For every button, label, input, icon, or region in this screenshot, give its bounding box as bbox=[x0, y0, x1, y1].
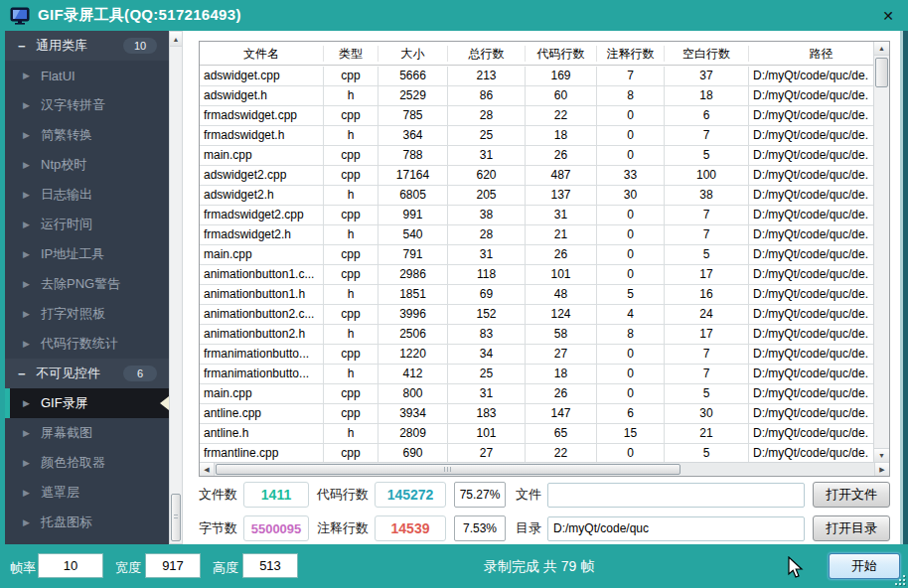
sidebar-item[interactable]: ▶ 去除PNG警告 bbox=[5, 269, 169, 299]
stats-row-1: 文件数 代码行数 75.27% 文件 打开文件 bbox=[199, 482, 890, 508]
table-horizontal-scrollbar[interactable]: ◀ ▶ bbox=[200, 462, 889, 476]
table-row[interactable]: adswidget.h h 2529 86 60 8 18 D:/myQt/co… bbox=[200, 86, 873, 106]
sidebar-item[interactable]: ▶ 代码行数统计 bbox=[5, 329, 169, 359]
table-row[interactable]: antline.cpp cpp 3934 183 147 6 30 D:/myQ… bbox=[200, 404, 873, 424]
column-header[interactable]: 代码行数 bbox=[526, 46, 597, 62]
sidebar-item-label: 托盘图标 bbox=[41, 514, 92, 531]
table-cell-comment-lines: 0 bbox=[597, 146, 665, 165]
sidebar-item[interactable]: ▶ 颜色拾取器 bbox=[5, 448, 169, 478]
table-cell-size: 991 bbox=[378, 206, 448, 224]
sidebar-item[interactable]: ▶ 简繁转换 bbox=[5, 120, 169, 150]
scroll-up-arrow-icon[interactable]: ▲ bbox=[170, 32, 182, 47]
table-cell-size: 412 bbox=[378, 365, 448, 383]
open-file-button[interactable]: 打开文件 bbox=[813, 482, 890, 508]
sidebar-item[interactable]: ▶ 打字对照板 bbox=[5, 299, 169, 329]
sidebar-group-header[interactable]: − 通用类库 10 bbox=[5, 31, 169, 61]
table-vscroll-thumb[interactable] bbox=[875, 58, 888, 87]
table-cell-code-lines: 147 bbox=[526, 404, 597, 423]
table-row[interactable]: animationbutton1.h h 1851 69 48 5 16 D:/… bbox=[200, 285, 873, 305]
table-row[interactable]: antline.h h 2809 101 65 15 21 D:/myQt/co… bbox=[200, 424, 873, 444]
code-lines-label: 代码行数 bbox=[317, 486, 369, 504]
sidebar-group-badge: 6 bbox=[123, 366, 157, 381]
open-dir-button[interactable]: 打开目录 bbox=[813, 515, 890, 541]
width-input[interactable] bbox=[145, 553, 201, 578]
table-cell-type: cpp bbox=[324, 245, 378, 264]
column-header[interactable]: 注释行数 bbox=[597, 46, 665, 62]
scroll-left-arrow-icon[interactable]: ◀ bbox=[200, 463, 215, 476]
resize-grip[interactable] bbox=[894, 574, 906, 586]
code-lines-field[interactable] bbox=[375, 482, 446, 508]
table-row[interactable]: frmadswidget2.h h 540 28 21 0 7 D:/myQt/… bbox=[200, 225, 873, 245]
table-row[interactable]: main.cpp cpp 791 31 26 0 5 D:/myQt/code/… bbox=[200, 245, 873, 265]
sidebar-item[interactable]: ▶ 遮罩层 bbox=[5, 478, 169, 508]
table-cell-blank-lines: 5 bbox=[665, 146, 749, 165]
table-cell-filename: frmanimationbutto... bbox=[200, 345, 324, 364]
table-cell-code-lines: 101 bbox=[526, 265, 597, 284]
table-cell-filename: animationbutton1.h bbox=[200, 285, 324, 304]
table-cell-size: 540 bbox=[378, 225, 448, 244]
table-cell-filename: adswidget.h bbox=[200, 86, 324, 105]
column-header[interactable]: 大小 bbox=[378, 46, 448, 62]
table-cell-type: h bbox=[324, 285, 378, 304]
sidebar-item[interactable]: ▶ 日志输出 bbox=[5, 180, 169, 210]
table-cell-filename: antline.h bbox=[200, 424, 324, 443]
table-row[interactable]: adswidget.cpp cpp 5666 213 169 7 37 D:/m… bbox=[200, 67, 873, 86]
table-cell-total-lines: 27 bbox=[448, 444, 526, 462]
comment-lines-field[interactable] bbox=[375, 515, 446, 541]
table-row[interactable]: animationbutton2.h h 2506 83 58 8 17 D:/… bbox=[200, 325, 873, 345]
chevron-right-icon: ▶ bbox=[23, 398, 41, 408]
sidebar-group-label: 不可见控件 bbox=[36, 365, 100, 382]
sidebar-item[interactable]: ▶ 运行时间 bbox=[5, 210, 169, 239]
file-path-input[interactable] bbox=[547, 483, 805, 508]
column-header[interactable]: 类型 bbox=[324, 46, 378, 62]
column-header[interactable]: 路径 bbox=[749, 46, 889, 62]
table-hscroll-thumb[interactable] bbox=[216, 464, 681, 475]
close-icon[interactable]: ✕ bbox=[878, 6, 898, 26]
table-cell-blank-lines: 16 bbox=[665, 285, 749, 304]
sidebar-scrollbar-thumb[interactable] bbox=[171, 494, 181, 541]
table-row[interactable]: animationbutton2.c... cpp 3996 152 124 4… bbox=[200, 305, 873, 325]
table-row[interactable]: animationbutton1.c... cpp 2986 118 101 0… bbox=[200, 265, 873, 285]
table-row[interactable]: adswidget2.h h 6805 205 137 30 38 D:/myQ… bbox=[200, 186, 873, 206]
table-row[interactable]: frmadswidget2.cpp cpp 991 38 31 0 7 D:/m… bbox=[200, 206, 873, 225]
sidebar-item-label: 运行时间 bbox=[41, 216, 92, 233]
table-row[interactable]: frmanimationbutto... cpp 1220 34 27 0 7 … bbox=[200, 345, 873, 365]
scroll-down-arrow-icon[interactable]: ▼ bbox=[874, 448, 889, 462]
dir-path-input[interactable] bbox=[547, 516, 805, 541]
scroll-right-arrow-icon[interactable]: ▶ bbox=[874, 463, 889, 476]
files-count-field[interactable] bbox=[243, 482, 309, 508]
sidebar-item[interactable]: ▶ IP地址工具 bbox=[5, 239, 169, 269]
column-header[interactable]: 总行数 bbox=[448, 46, 526, 62]
table-vertical-scrollbar[interactable]: ▲ ▼ bbox=[873, 42, 889, 462]
sidebar-group-header[interactable]: − 不可见控件 6 bbox=[5, 359, 169, 388]
table-cell-code-lines: 65 bbox=[526, 424, 597, 443]
scroll-up-arrow-icon[interactable]: ▲ bbox=[874, 42, 889, 56]
window-frame-left bbox=[0, 31, 5, 544]
table-row[interactable]: frmantline.cpp cpp 690 27 22 0 5 D:/myQt… bbox=[200, 444, 873, 462]
sidebar-scrollbar[interactable]: ▲ bbox=[169, 31, 183, 544]
table-row[interactable]: main.cpp cpp 800 31 26 0 5 D:/myQt/code/… bbox=[200, 384, 873, 404]
sidebar-item[interactable]: ▶ 托盘图标 bbox=[5, 508, 169, 537]
sidebar-item-label: 颜色拾取器 bbox=[41, 454, 105, 472]
column-header[interactable]: 空白行数 bbox=[665, 46, 749, 62]
start-button[interactable]: 开始 bbox=[829, 553, 900, 579]
table-row[interactable]: frmanimationbutto... h 412 25 18 0 7 D:/… bbox=[200, 365, 873, 384]
table-cell-filename: animationbutton2.h bbox=[200, 325, 324, 344]
bytes-count-field[interactable] bbox=[243, 515, 309, 541]
sidebar-item[interactable]: ▶ 屏幕截图 bbox=[5, 418, 169, 448]
table-cell-comment-lines: 30 bbox=[597, 186, 665, 205]
table-cell-code-lines: 18 bbox=[526, 365, 597, 383]
table-cell-comment-lines: 0 bbox=[597, 106, 665, 125]
table-row[interactable]: main.cpp cpp 788 31 26 0 5 D:/myQt/code/… bbox=[200, 146, 873, 166]
table-cell-total-lines: 31 bbox=[448, 146, 526, 165]
table-row[interactable]: frmadswidget.h h 364 25 18 0 7 D:/myQt/c… bbox=[200, 126, 873, 146]
sidebar-item[interactable]: ▶ 汉字转拼音 bbox=[5, 90, 169, 120]
fps-input[interactable] bbox=[38, 553, 103, 578]
sidebar-item[interactable]: ▶ GIF录屏 bbox=[5, 388, 169, 418]
column-header[interactable]: 文件名 bbox=[200, 46, 324, 62]
table-row[interactable]: frmadswidget.cpp cpp 785 28 22 0 6 D:/my… bbox=[200, 106, 873, 126]
height-input[interactable] bbox=[242, 553, 298, 578]
table-row[interactable]: adswidget2.cpp cpp 17164 620 487 33 100 … bbox=[200, 166, 873, 186]
sidebar-item[interactable]: ▶ FlatUI bbox=[5, 61, 169, 90]
sidebar-item[interactable]: ▶ Ntp校时 bbox=[5, 150, 169, 180]
